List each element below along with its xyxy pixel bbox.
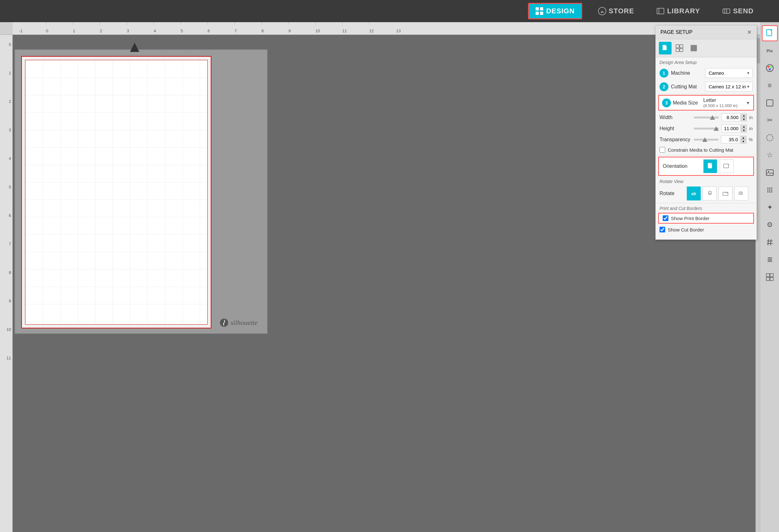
star-fancy-icon: ✦ [767, 203, 773, 211]
nav-library[interactable]: LIBRARY [650, 4, 706, 18]
width-spinner[interactable]: ▲ ▼ [721, 113, 747, 121]
tab-grid[interactable] [673, 42, 686, 55]
sidebar-icon-page[interactable] [762, 25, 778, 41]
height-label: Height [660, 126, 691, 131]
svg-point-31 [767, 135, 773, 141]
width-increment[interactable]: ▲ [741, 114, 747, 118]
sidebar-icon-grid[interactable] [762, 269, 778, 285]
height-decrement[interactable]: ▼ [741, 129, 747, 132]
nav-send[interactable]: SEND [716, 4, 760, 18]
svg-rect-32 [766, 170, 773, 176]
svg-point-38 [769, 189, 770, 191]
rotate-270-icon: ab [738, 190, 745, 197]
rotate-0-label: ab [691, 191, 696, 196]
transparency-input[interactable] [721, 136, 740, 143]
orientation-landscape-button[interactable] [720, 159, 734, 173]
color-palette-icon [766, 64, 774, 72]
page-tab-icon [661, 44, 669, 52]
orientation-portrait-button[interactable] [703, 159, 717, 173]
nav-design-label: DESIGN [546, 7, 575, 15]
transparency-slider[interactable] [694, 139, 718, 141]
panel-tabs [656, 39, 757, 57]
transparency-unit: % [749, 137, 753, 142]
sidebar-icon-star[interactable]: ☆ [762, 147, 778, 163]
library-icon [656, 7, 665, 15]
rotate-btn-3[interactable]: ab [734, 187, 748, 200]
ruler-top: -1 0 1 2 3 4 5 6 7 8 9 10 11 12 13 [0, 22, 760, 35]
transparency-increment[interactable]: ▲ [741, 136, 746, 140]
grid-icon [535, 7, 544, 15]
transparency-spinner[interactable]: ▲ ▼ [721, 136, 746, 143]
svg-text:ab: ab [740, 192, 742, 194]
width-decrement[interactable]: ▼ [741, 118, 747, 121]
show-print-border-checkbox[interactable] [663, 215, 668, 221]
pixels-label: Pix [767, 49, 773, 53]
panel-title: PAGE SETUP [660, 29, 693, 35]
lines2-icon: ≣ [767, 256, 773, 264]
machine-select[interactable]: Cameo [705, 68, 753, 78]
svg-point-39 [771, 189, 772, 191]
sidebar-icon-dots[interactable] [762, 182, 778, 198]
transparency-decrement[interactable]: ▼ [741, 140, 746, 143]
svg-point-27 [768, 66, 770, 68]
sidebar-icon-color-palette[interactable] [762, 60, 778, 76]
svg-point-26 [766, 65, 773, 72]
media-size-dims: (8.500 x 11.000 in) [703, 103, 744, 108]
sidebar-icon-pixels[interactable]: Pix [762, 43, 778, 59]
height-spinner[interactable]: ▲ ▼ [721, 124, 747, 132]
divider-3 [656, 203, 757, 203]
silhouette-logo: silhouette [220, 318, 258, 327]
height-slider[interactable] [694, 128, 719, 130]
orientation-row: Orientation [658, 157, 754, 176]
svg-rect-16 [691, 45, 697, 51]
machine-select-wrapper[interactable]: Cameo [705, 68, 753, 78]
svg-point-28 [770, 66, 772, 68]
divider-2 [656, 155, 757, 155]
sidebar-icon-shapes[interactable] [762, 95, 778, 111]
scissors-icon: ✂ [767, 116, 773, 124]
rotate-btn-0[interactable]: ab [687, 187, 701, 200]
sidebar-icon-hash[interactable] [762, 234, 778, 250]
media-size-chevron-icon[interactable]: ▼ [746, 101, 750, 106]
constrain-row: Constrain Media to Cutting Mat [656, 145, 757, 154]
width-input[interactable] [721, 113, 740, 121]
height-input[interactable] [721, 124, 740, 132]
rotate-btn-1[interactable]: ab [703, 187, 717, 200]
sidebar-icon-star-fancy[interactable]: ✦ [762, 200, 778, 215]
svg-text:ab: ab [708, 192, 711, 195]
fill-tab-icon [690, 44, 698, 52]
height-unit: in [749, 126, 753, 131]
nav-store[interactable]: STORE [592, 4, 641, 18]
sidebar-icon-image[interactable] [762, 165, 778, 181]
send-icon [722, 7, 730, 15]
sidebar-icon-circle-dash[interactable] [762, 130, 778, 146]
height-increment[interactable]: ▲ [741, 125, 747, 129]
rotate-btn-2[interactable]: ab [718, 187, 732, 200]
rotate-180-icon: ab [722, 190, 729, 197]
transparency-label: Transparency [660, 137, 691, 142]
tab-fill[interactable] [687, 42, 700, 55]
sidebar-icon-gear[interactable]: ⚙ [762, 217, 778, 233]
show-cut-border-checkbox[interactable] [660, 227, 665, 232]
rotate-row: Rotate ab ab ab ab [656, 185, 757, 202]
svg-rect-5 [657, 8, 664, 14]
grid-tab-icon [676, 44, 683, 52]
svg-rect-47 [766, 274, 770, 277]
sidebar-icon-lines[interactable]: ≡ [762, 78, 778, 93]
panel-close-button[interactable]: ✕ [747, 29, 752, 36]
cutting-mat-select-wrapper[interactable]: Cameo 12 x 12 in [705, 82, 753, 91]
width-slider[interactable] [694, 117, 719, 119]
svg-point-40 [767, 191, 769, 193]
svg-point-29 [769, 68, 771, 70]
constrain-checkbox[interactable] [660, 147, 665, 153]
nav-design[interactable]: DESIGN [528, 3, 582, 19]
svg-point-37 [767, 189, 769, 191]
sidebar-icon-lines2[interactable]: ≣ [762, 252, 778, 268]
width-unit: in [749, 115, 753, 120]
sidebar-icon-scissors[interactable]: ✂ [762, 113, 778, 128]
transparency-row: Transparency ▲ ▼ % [656, 134, 757, 145]
cutting-mat-select[interactable]: Cameo 12 x 12 in [705, 82, 753, 91]
design-area-setup-label: Design Area Setup [656, 57, 757, 66]
tab-page[interactable] [659, 42, 671, 55]
page-sidebar-icon [766, 29, 774, 38]
